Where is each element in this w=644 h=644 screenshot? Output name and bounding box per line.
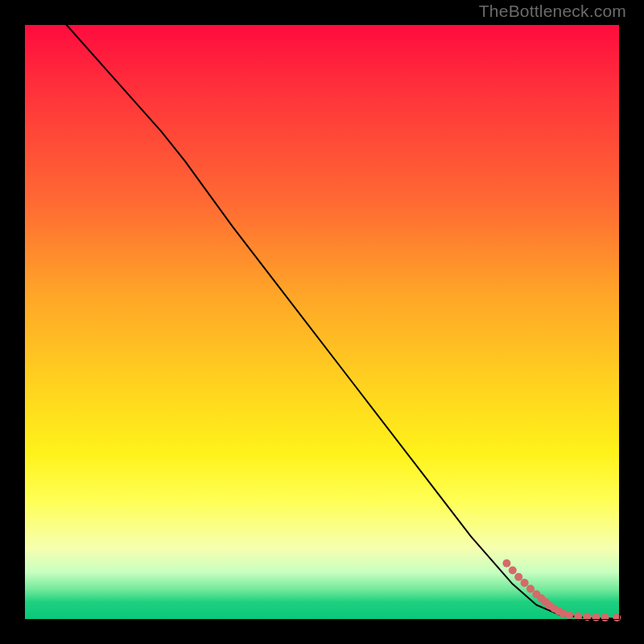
plot-area bbox=[24, 24, 620, 620]
svg-point-0 bbox=[502, 559, 510, 568]
svg-point-2 bbox=[514, 573, 522, 581]
svg-point-17 bbox=[613, 613, 621, 621]
black-curve bbox=[66, 24, 620, 619]
chart-stage: TheBottleneck.com bbox=[0, 0, 644, 644]
svg-point-3 bbox=[521, 579, 529, 587]
svg-point-12 bbox=[565, 611, 573, 619]
svg-point-1 bbox=[509, 567, 517, 575]
svg-point-15 bbox=[592, 613, 600, 621]
svg-point-16 bbox=[601, 613, 609, 621]
svg-point-4 bbox=[526, 585, 535, 593]
svg-point-14 bbox=[583, 613, 591, 621]
chart-overlay-svg bbox=[24, 24, 620, 620]
watermark-text: TheBottleneck.com bbox=[479, 2, 626, 21]
svg-point-13 bbox=[574, 613, 582, 621]
